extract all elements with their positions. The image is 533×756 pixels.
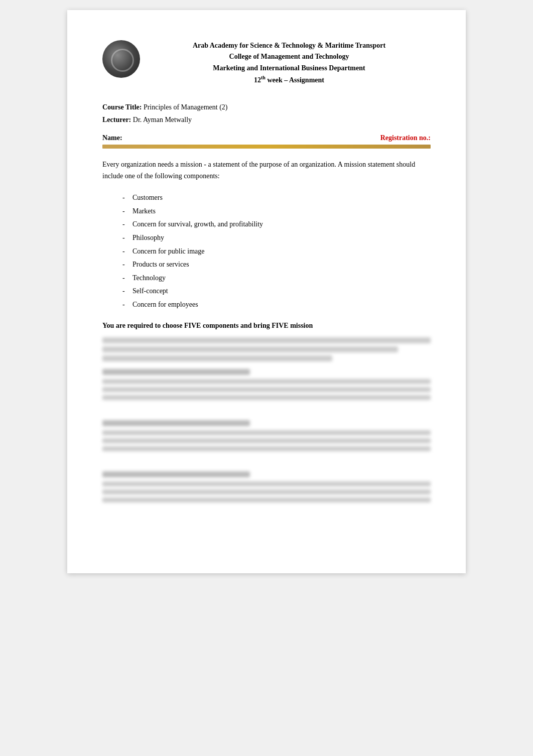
decorative-bar [102, 145, 431, 149]
list-item: Self-concept [122, 285, 431, 298]
list-item: Concern for employees [122, 298, 431, 312]
blurred-mission-2 [102, 420, 431, 451]
course-title-value: Principles of Management (2) [142, 103, 227, 111]
week-rest: week – Assignment [265, 76, 324, 84]
list-item: Markets [122, 205, 431, 218]
name-label: Name: [102, 134, 122, 142]
intro-paragraph: Every organization needs a mission - a s… [102, 159, 431, 183]
institution-line4: 12th week – Assignment [148, 74, 431, 86]
institution-logo [102, 40, 140, 78]
name-registration-row: Name: Registration no.: [102, 134, 431, 142]
list-item: Customers [122, 191, 431, 205]
list-item: Concern for public image [122, 245, 431, 259]
blurred-mission-1 [102, 369, 431, 400]
week-number: 12 [254, 76, 261, 84]
instruction-text: You are required to choose FIVE componen… [102, 322, 431, 330]
document-page: Arab Academy for Science & Technology & … [67, 10, 466, 573]
list-item: Technology [122, 272, 431, 285]
lecturer-label: Lecturer: [102, 116, 131, 123]
list-item: Products or services [122, 258, 431, 272]
course-title-label: Course Title: [102, 103, 142, 111]
course-info: Course Title: Principles of Management (… [102, 101, 431, 126]
institution-line2: College of Management and Technology [148, 51, 431, 62]
course-title-line: Course Title: Principles of Management (… [102, 101, 431, 113]
blurred-mission-3 [102, 471, 431, 502]
lecturer-value: Dr. Ayman Metwally [131, 116, 192, 123]
registration-label: Registration no.: [380, 134, 431, 142]
lecturer-line: Lecturer: Dr. Ayman Metwally [102, 113, 431, 126]
header: Arab Academy for Science & Technology & … [102, 40, 431, 86]
list-item: Philosophy [122, 231, 431, 245]
components-list: Customers Markets Concern for survival, … [122, 191, 431, 311]
institution-line1: Arab Academy for Science & Technology & … [148, 40, 431, 51]
header-text: Arab Academy for Science & Technology & … [148, 40, 431, 86]
logo-area [102, 40, 148, 78]
list-item: Concern for survival, growth, and profit… [122, 218, 431, 231]
blurred-instructions [102, 337, 431, 361]
institution-line3: Marketing and International Business Dep… [148, 63, 431, 74]
week-sup: th [261, 75, 265, 80]
